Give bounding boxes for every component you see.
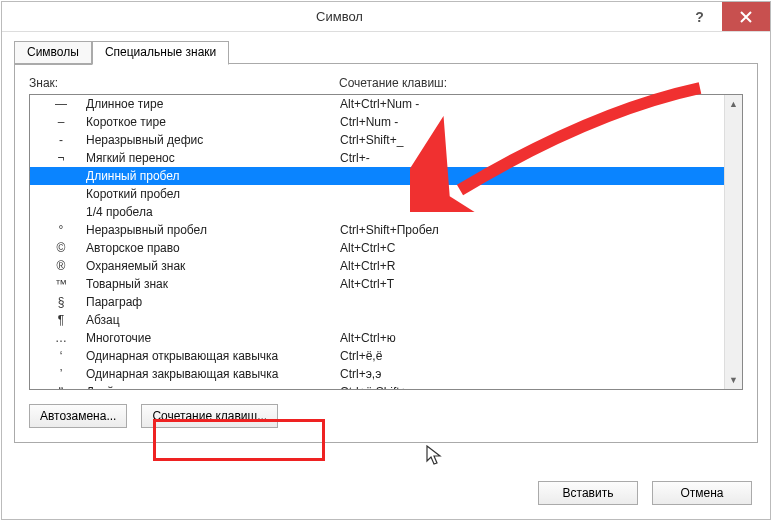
char-list[interactable]: —Длинное тиреAlt+Ctrl+Num -–Короткое тир…: [30, 95, 724, 389]
char-symbol: ©: [36, 241, 86, 255]
char-shortcut: Alt+Ctrl+Num -: [340, 97, 718, 111]
char-name: Авторское право: [86, 241, 340, 255]
char-name: Мягкий перенос: [86, 151, 340, 165]
char-shortcut: Ctrl+Shift+Пробел: [340, 223, 718, 237]
char-name: Многоточие: [86, 331, 340, 345]
char-symbol: ™: [36, 277, 86, 291]
list-item[interactable]: Короткий пробел: [30, 185, 724, 203]
char-name: Неразрывный пробел: [86, 223, 340, 237]
char-name: Абзац: [86, 313, 340, 327]
tab-symbols[interactable]: Символы: [14, 41, 92, 65]
char-symbol: °: [36, 223, 86, 237]
insert-button[interactable]: Вставить: [538, 481, 638, 505]
close-icon: [740, 11, 752, 23]
char-name: Длинное тире: [86, 97, 340, 111]
list-item[interactable]: …МноготочиеAlt+Ctrl+ю: [30, 329, 724, 347]
scroll-down-icon[interactable]: ▼: [725, 371, 742, 389]
autocorrect-button[interactable]: Автозамена...: [29, 404, 127, 428]
char-shortcut: Alt+Ctrl+T: [340, 277, 718, 291]
list-item[interactable]: ‟Двойная открывающая кавычкаCtrl+ё,Shift…: [30, 383, 724, 389]
list-item[interactable]: –Короткое тиреCtrl+Num -: [30, 113, 724, 131]
header-shortcut: Сочетание клавиш:: [339, 76, 743, 90]
char-shortcut: Ctrl+-: [340, 151, 718, 165]
list-item[interactable]: 1/4 пробела: [30, 203, 724, 221]
char-symbol: …: [36, 331, 86, 345]
char-symbol: -: [36, 133, 86, 147]
titlebar: Символ ?: [2, 2, 770, 32]
list-item[interactable]: ¬Мягкий переносCtrl+-: [30, 149, 724, 167]
tab-special-chars[interactable]: Специальные знаки: [92, 41, 229, 65]
list-item[interactable]: ’Одинарная закрывающая кавычкаCtrl+э,э: [30, 365, 724, 383]
char-shortcut: Alt+Ctrl+C: [340, 241, 718, 255]
char-shortcut: Ctrl+ё,Shift+э: [340, 385, 718, 389]
char-symbol: §: [36, 295, 86, 309]
char-symbol: ®: [36, 259, 86, 273]
char-name: Короткий пробел: [86, 187, 340, 201]
list-item[interactable]: ¶Абзац: [30, 311, 724, 329]
char-shortcut: Ctrl+э,э: [340, 367, 718, 381]
list-item[interactable]: —Длинное тиреAlt+Ctrl+Num -: [30, 95, 724, 113]
list-item[interactable]: ®Охраняемый знакAlt+Ctrl+R: [30, 257, 724, 275]
char-shortcut: Ctrl+ё,ё: [340, 349, 718, 363]
char-name: Короткое тире: [86, 115, 340, 129]
help-button[interactable]: ?: [677, 2, 722, 31]
column-headers: Знак: Сочетание клавиш:: [29, 76, 743, 90]
list-item[interactable]: ©Авторское правоAlt+Ctrl+C: [30, 239, 724, 257]
char-name: Длинный пробел: [86, 169, 340, 183]
button-row: Автозамена... Сочетание клавиш...: [29, 404, 743, 428]
char-name: Двойная открывающая кавычка: [86, 385, 340, 389]
char-symbol: —: [36, 97, 86, 111]
char-name: Параграф: [86, 295, 340, 309]
scrollbar[interactable]: ▲ ▼: [724, 95, 742, 389]
char-list-container: —Длинное тиреAlt+Ctrl+Num -–Короткое тир…: [29, 94, 743, 390]
dialog-content: Символы Специальные знаки Знак: Сочетани…: [2, 32, 770, 453]
header-char: Знак:: [29, 76, 339, 90]
list-item[interactable]: ™Товарный знакAlt+Ctrl+T: [30, 275, 724, 293]
tab-bar: Символы Специальные знаки: [14, 40, 758, 64]
list-item[interactable]: °Неразрывный пробелCtrl+Shift+Пробел: [30, 221, 724, 239]
dialog-footer: Вставить Отмена: [538, 481, 752, 505]
char-shortcut: Ctrl+Num -: [340, 115, 718, 129]
shortcut-key-button[interactable]: Сочетание клавиш...: [141, 404, 278, 428]
char-name: Одинарная закрывающая кавычка: [86, 367, 340, 381]
char-name: Охраняемый знак: [86, 259, 340, 273]
list-item[interactable]: Длинный пробел: [30, 167, 724, 185]
scroll-up-icon[interactable]: ▲: [725, 95, 742, 113]
tab-panel: Знак: Сочетание клавиш: —Длинное тиреAlt…: [14, 63, 758, 443]
char-symbol: ‟: [36, 385, 86, 389]
char-shortcut: Ctrl+Shift+_: [340, 133, 718, 147]
char-symbol: ’: [36, 367, 86, 381]
list-item[interactable]: -Неразрывный дефисCtrl+Shift+_: [30, 131, 724, 149]
char-symbol: ‘: [36, 349, 86, 363]
cancel-button[interactable]: Отмена: [652, 481, 752, 505]
char-shortcut: Alt+Ctrl+R: [340, 259, 718, 273]
list-item[interactable]: ‘Одинарная открывающая кавычкаCtrl+ё,ё: [30, 347, 724, 365]
dialog-window: Символ ? Символы Специальные знаки Знак:…: [1, 1, 771, 520]
char-symbol: –: [36, 115, 86, 129]
char-shortcut: Alt+Ctrl+ю: [340, 331, 718, 345]
char-name: Неразрывный дефис: [86, 133, 340, 147]
char-symbol: ¶: [36, 313, 86, 327]
titlebar-controls: ?: [677, 2, 770, 31]
dialog-title: Символ: [2, 9, 677, 24]
close-button[interactable]: [722, 2, 770, 31]
char-name: 1/4 пробела: [86, 205, 340, 219]
list-item[interactable]: §Параграф: [30, 293, 724, 311]
char-symbol: ¬: [36, 151, 86, 165]
char-name: Товарный знак: [86, 277, 340, 291]
char-name: Одинарная открывающая кавычка: [86, 349, 340, 363]
